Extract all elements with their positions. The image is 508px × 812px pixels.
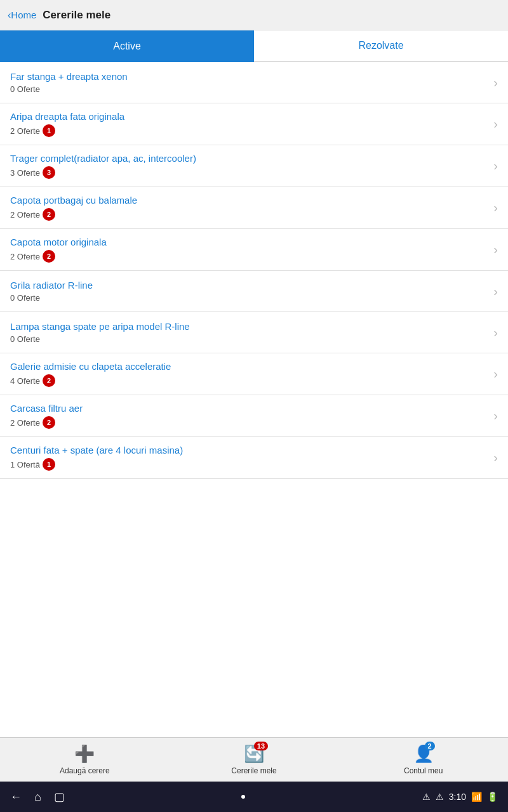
back-button[interactable]: Home	[11, 10, 36, 20]
item-offers-text: 4 Oferte	[10, 376, 40, 386]
item-title: Carcasa filtru aer	[10, 403, 488, 414]
sys-time: 3:10	[449, 792, 466, 802]
item-offers-text: 0 Oferte	[10, 293, 40, 303]
item-content: Trager complet(radiator apa, ac, interco…	[10, 153, 488, 179]
item-content: Capota portbagaj cu balamale2 Oferte2	[10, 195, 488, 221]
list-item[interactable]: Carcasa filtru aer2 Oferte2›	[0, 395, 508, 437]
item-title: Aripa dreapta fata originala	[10, 111, 488, 122]
item-offers-row: 0 Oferte	[10, 293, 488, 303]
item-badge: 2	[43, 250, 55, 263]
page-title: Cererile mele	[43, 9, 110, 22]
chevron-right-icon: ›	[493, 409, 498, 423]
account-badge: 2	[425, 742, 435, 750]
item-badge: 1	[43, 124, 55, 137]
item-title: Centuri fata + spate (are 4 locuri masin…	[10, 445, 488, 455]
system-bar: ← ⌂ ▢ ⚠ ⚠ 3:10 📶 🔋	[0, 782, 508, 812]
item-badge: 2	[43, 416, 55, 429]
list-item[interactable]: Lampa stanga spate pe aripa model R-line…	[0, 312, 508, 353]
item-content: Far stanga + dreapta xenon0 Oferte	[10, 71, 488, 94]
nav-add-label: Adaugă cerere	[60, 766, 110, 775]
item-content: Carcasa filtru aer2 Oferte2	[10, 403, 488, 429]
chevron-right-icon: ›	[493, 117, 498, 131]
item-content: Lampa stanga spate pe aripa model R-line…	[10, 321, 488, 344]
item-offers-row: 2 Oferte1	[10, 124, 488, 137]
nav-account[interactable]: 2 👤 Contul meu	[338, 744, 508, 775]
add-icon: ➕	[74, 744, 95, 764]
home-sys-icon[interactable]: ⌂	[34, 790, 41, 804]
chevron-right-icon: ›	[493, 284, 498, 299]
item-offers-text: 0 Oferte	[10, 84, 40, 94]
item-offers-row: 1 Ofertă1	[10, 458, 488, 471]
item-badge: 2	[43, 208, 55, 221]
item-offers-row: 0 Oferte	[10, 334, 488, 344]
tab-rezolvate[interactable]: Rezolvate	[254, 30, 508, 62]
item-content: Centuri fata + spate (are 4 locuri masin…	[10, 445, 488, 471]
item-title: Far stanga + dreapta xenon	[10, 71, 488, 82]
item-offers-text: 1 Ofertă	[10, 460, 40, 469]
list-item[interactable]: Trager complet(radiator apa, ac, interco…	[0, 145, 508, 187]
list-item[interactable]: Capota motor originala2 Oferte2›	[0, 229, 508, 271]
item-badge: 3	[43, 166, 55, 179]
nav-requests-label: Cererile mele	[231, 766, 276, 775]
item-title: Trager complet(radiator apa, ac, interco…	[10, 153, 488, 164]
items-list: Far stanga + dreapta xenon0 Oferte›Aripa…	[0, 62, 508, 737]
bottom-nav: ➕ Adaugă cerere 13 🔄 Cererile mele 2 👤 C…	[0, 737, 508, 782]
item-offers-row: 2 Oferte2	[10, 250, 488, 263]
nav-add[interactable]: ➕ Adaugă cerere	[0, 744, 170, 775]
chevron-right-icon: ›	[493, 242, 498, 257]
list-item[interactable]: Aripa dreapta fata originala2 Oferte1›	[0, 103, 508, 145]
tab-active[interactable]: Active	[0, 30, 254, 62]
sys-wifi: 📶	[471, 792, 482, 802]
top-bar: ‹ Home Cererile mele	[0, 0, 508, 30]
item-offers-text: 2 Oferte	[10, 210, 40, 219]
sys-warning2: ⚠	[436, 792, 444, 802]
list-item[interactable]: Centuri fata + spate (are 4 locuri masin…	[0, 437, 508, 479]
chevron-right-icon: ›	[493, 325, 498, 340]
nav-requests[interactable]: 13 🔄 Cererile mele	[170, 744, 339, 775]
tab-bar: Active Rezolvate	[0, 30, 508, 62]
item-offers-text: 2 Oferte	[10, 418, 40, 428]
item-offers-text: 3 Oferte	[10, 168, 40, 178]
list-item[interactable]: Galerie admisie cu clapeta acceleratie4 …	[0, 353, 508, 395]
item-badge: 1	[43, 458, 55, 471]
chevron-right-icon: ›	[493, 450, 498, 465]
back-sys-icon[interactable]: ←	[10, 790, 22, 804]
chevron-right-icon: ›	[493, 75, 498, 90]
item-content: Aripa dreapta fata originala2 Oferte1	[10, 111, 488, 137]
item-offers-text: 2 Oferte	[10, 126, 40, 136]
item-content: Capota motor originala2 Oferte2	[10, 237, 488, 263]
chevron-right-icon: ›	[493, 200, 498, 215]
item-title: Capota motor originala	[10, 237, 488, 247]
item-title: Galerie admisie cu clapeta acceleratie	[10, 361, 488, 372]
item-title: Capota portbagaj cu balamale	[10, 195, 488, 206]
item-offers-row: 2 Oferte2	[10, 416, 488, 429]
item-content: Grila radiator R-line0 Oferte	[10, 280, 488, 303]
list-item[interactable]: Capota portbagaj cu balamale2 Oferte2›	[0, 187, 508, 229]
item-offers-row: 3 Oferte3	[10, 166, 488, 179]
item-offers-row: 0 Oferte	[10, 84, 488, 94]
chevron-right-icon: ›	[493, 367, 498, 381]
list-item[interactable]: Grila radiator R-line0 Oferte›	[0, 271, 508, 312]
item-title: Grila radiator R-line	[10, 280, 488, 291]
item-badge: 2	[43, 374, 55, 387]
sys-status: ⚠ ⚠ 3:10 📶 🔋	[422, 792, 498, 802]
item-content: Galerie admisie cu clapeta acceleratie4 …	[10, 361, 488, 387]
list-item[interactable]: Far stanga + dreapta xenon0 Oferte›	[0, 62, 508, 103]
recents-sys-icon[interactable]: ▢	[54, 790, 65, 804]
sys-warning1: ⚠	[422, 792, 431, 802]
sys-dot	[241, 795, 245, 799]
item-offers-text: 2 Oferte	[10, 252, 40, 261]
item-offers-row: 4 Oferte2	[10, 374, 488, 387]
item-title: Lampa stanga spate pe aripa model R-line	[10, 321, 488, 332]
chevron-right-icon: ›	[493, 159, 498, 173]
item-offers-row: 2 Oferte2	[10, 208, 488, 221]
sys-battery: 🔋	[487, 792, 498, 802]
item-offers-text: 0 Oferte	[10, 334, 40, 344]
requests-badge: 13	[254, 742, 268, 750]
sys-nav-icons: ← ⌂ ▢	[10, 790, 65, 804]
nav-account-label: Contul meu	[404, 766, 443, 775]
